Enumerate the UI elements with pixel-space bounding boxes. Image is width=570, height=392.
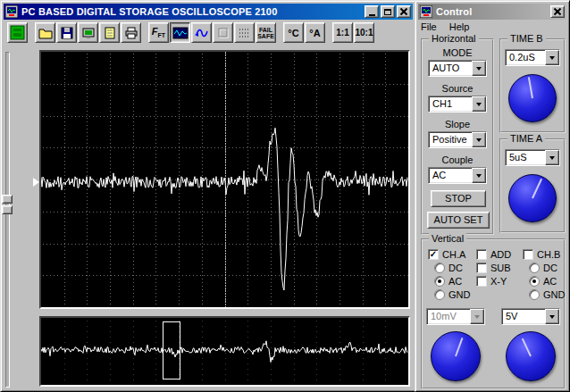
disabled-square-icon: [216, 26, 231, 40]
ch-a-scale-combo: 10mV: [426, 308, 485, 325]
ch-b-dc-radio[interactable]: DC: [529, 263, 557, 273]
minimize-icon: [369, 14, 375, 16]
couple-value: AC: [429, 168, 472, 183]
maximize-button[interactable]: [381, 5, 395, 18]
ch-a-scale-value: 10mV: [427, 309, 470, 324]
couple-c-button[interactable]: °C: [283, 22, 304, 43]
mode-value: AUTO: [429, 61, 472, 76]
control-close-icon: [554, 8, 561, 15]
couple-combo[interactable]: AC: [428, 167, 487, 184]
time-a-value: 5uS: [506, 150, 545, 165]
deg-a-label: °A: [309, 28, 320, 38]
ch-a-volts-knob[interactable]: [431, 331, 481, 381]
notebook-button[interactable]: [99, 22, 120, 43]
probe-10to1-button[interactable]: 10:1: [354, 22, 374, 43]
source-dropdown-button[interactable]: [472, 96, 486, 112]
time-b-value: 0.2uS: [506, 50, 545, 65]
mode-label: MODE: [423, 47, 492, 58]
open-button[interactable]: [35, 22, 55, 43]
auto-set-button[interactable]: AUTO SET: [427, 212, 490, 229]
menu-help[interactable]: Help: [449, 21, 470, 34]
print-button[interactable]: [121, 22, 141, 43]
chevron-down-icon: [476, 103, 482, 106]
stop-button[interactable]: STOP: [431, 190, 486, 207]
ch-a-ac-radio[interactable]: AC: [434, 276, 462, 287]
deg-c-label: °C: [288, 28, 298, 38]
ch-b-scale-dropdown-button[interactable]: [545, 309, 559, 324]
time-a-knob[interactable]: [508, 174, 557, 222]
vertical-group-label: Vertical: [429, 233, 466, 244]
interpolate-button[interactable]: [191, 22, 212, 43]
time-b-combo[interactable]: 0.2uS: [505, 49, 560, 66]
radio-icon: [434, 276, 445, 287]
chevron-down-icon: [474, 315, 480, 319]
ch-b-volts-knob[interactable]: [506, 331, 556, 381]
ratio-10to1-label: 10:1: [355, 28, 373, 38]
mode-combo[interactable]: AUTO: [428, 60, 487, 77]
checkbox-icon: [428, 249, 439, 260]
overview-canvas[interactable]: [41, 318, 408, 385]
source-combo[interactable]: CH1: [428, 96, 487, 113]
floppy-icon: [60, 26, 74, 40]
knob-pointer-icon: [532, 179, 542, 199]
ch-b-checkbox[interactable]: CH.B: [523, 249, 560, 260]
close-button[interactable]: [397, 5, 411, 18]
failsafe-label: FAIL SAFE: [257, 27, 274, 39]
save-button[interactable]: [56, 22, 77, 43]
checkbox-icon: [476, 249, 487, 260]
sub-checkbox[interactable]: SUB: [476, 263, 511, 273]
time-a-dropdown-button[interactable]: [545, 150, 559, 165]
green-screen-icon: [10, 25, 25, 40]
cursors-button[interactable]: [234, 22, 255, 43]
knob-pointer-icon: [455, 338, 463, 356]
ch-a-gnd-radio[interactable]: GND: [434, 289, 470, 300]
main-window: PC BASED DIGITAL STORAGE OSCILLOSCOPE 21…: [0, 0, 416, 392]
mode-dropdown-button[interactable]: [472, 61, 486, 76]
control-window: Control File Help Horizontal MODE AUTO S…: [415, 0, 570, 392]
control-titlebar: Control: [418, 4, 566, 20]
horizontal-group-label: Horizontal: [429, 33, 479, 44]
ch-b-scale-value: 5V: [502, 309, 545, 324]
ch-b-gnd-radio[interactable]: GND: [529, 289, 565, 300]
menu-file[interactable]: File: [421, 21, 437, 34]
open-folder-icon: [38, 26, 53, 40]
main-titlebar: PC BASED DIGITAL STORAGE OSCILLOSCOPE 21…: [4, 4, 413, 20]
grid-button-disabled: [213, 22, 233, 43]
toolbar: FFT: [7, 22, 375, 44]
radio-icon: [434, 263, 445, 273]
add-checkbox[interactable]: ADD: [476, 249, 511, 260]
time-b-knob[interactable]: [508, 74, 557, 122]
control-close-button[interactable]: [550, 5, 565, 18]
slider-thumb-b[interactable]: [2, 205, 13, 214]
export-image-button[interactable]: [78, 22, 98, 43]
couple-dropdown-button[interactable]: [472, 168, 486, 183]
ch-a-checkbox[interactable]: CH.A: [428, 249, 465, 260]
minimize-button[interactable]: [365, 5, 379, 18]
scope-display-button[interactable]: [170, 22, 190, 43]
couple-a-button[interactable]: °A: [305, 22, 325, 43]
failsafe-button[interactable]: FAIL SAFE: [256, 22, 276, 43]
slope-dropdown-button[interactable]: [472, 132, 486, 147]
slider-thumb-a[interactable]: [2, 195, 13, 204]
vertical-group: Vertical CH.A ADD CH.B DC SUB DC AC: [421, 238, 566, 389]
xy-checkbox[interactable]: X-Y: [476, 276, 507, 287]
ch-b-ac-radio[interactable]: AC: [529, 276, 557, 287]
probe-1to1-button[interactable]: 1:1: [332, 22, 353, 43]
knob-pointer-icon: [528, 77, 533, 98]
chevron-down-icon: [549, 156, 555, 160]
overview-display: [39, 316, 410, 387]
slope-combo[interactable]: Positive: [428, 131, 487, 148]
vertical-position-slider[interactable]: [5, 52, 10, 388]
fft-button[interactable]: FFT: [148, 22, 169, 43]
radio-icon: [529, 276, 540, 287]
control-window-title: Control: [434, 6, 549, 17]
maximize-icon: [384, 9, 391, 15]
time-a-combo[interactable]: 5uS: [505, 149, 560, 166]
trace-position-marker-icon[interactable]: [33, 178, 39, 187]
chevron-down-icon: [549, 56, 555, 60]
time-b-group: TIME B 0.2uS: [499, 38, 566, 133]
time-b-dropdown-button[interactable]: [545, 50, 559, 65]
ch-a-dc-radio[interactable]: DC: [434, 263, 463, 273]
ch-b-scale-combo[interactable]: 5V: [501, 308, 560, 325]
acquire-button[interactable]: [7, 22, 28, 43]
